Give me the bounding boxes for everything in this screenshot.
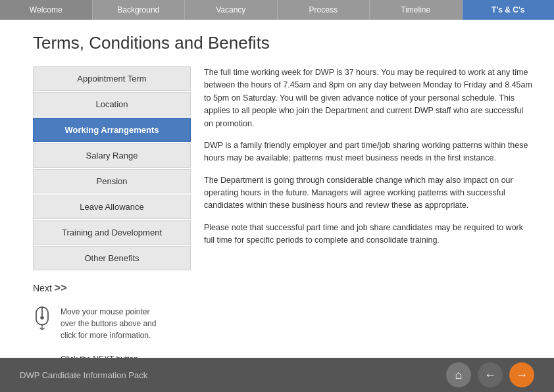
footer-buttons: ⌂ ← → (446, 362, 534, 387)
nav-item-timeline[interactable]: Timeline (370, 0, 463, 20)
page-content: Terms, Conditions and Benefits Appointme… (0, 20, 554, 390)
hint-line1: Move your mouse pointer (61, 306, 156, 318)
forward-button[interactable]: → (509, 362, 534, 387)
footer-title: DWP Candidate Information Pack (20, 370, 446, 380)
content-paragraph-1: DWP is a family friendly employer and pa… (204, 139, 534, 165)
sidebar-item-other-benefits[interactable]: Other Benefits (33, 246, 191, 270)
hint-line3: click for more information. (61, 330, 156, 341)
content-paragraph-3: Please note that successful part time an… (204, 222, 534, 247)
back-button[interactable]: ← (478, 362, 503, 387)
main-content-area: The full time working week for DWP is 37… (204, 66, 534, 272)
next-arrows-icon: >> (55, 282, 67, 294)
hint-spacer (61, 341, 156, 353)
nav-item-t-s---c-s[interactable]: T's & C's (463, 0, 555, 20)
footer: DWP Candidate Information Pack ⌂ ← → (0, 358, 554, 392)
mouse-icon (33, 306, 51, 331)
content-paragraph-0: The full time working week for DWP is 37… (204, 66, 534, 130)
sidebar-item-salary-range[interactable]: Salary Range (33, 143, 191, 168)
sidebar-item-location[interactable]: Location (33, 92, 191, 116)
sidebar-item-training-and-development[interactable]: Training and Development (33, 220, 191, 245)
nav-item-process[interactable]: Process (278, 0, 370, 20)
nav-item-welcome[interactable]: Welcome (0, 0, 93, 20)
page-title: Terms, Conditions and Benefits (33, 33, 534, 53)
content-paragraph-2: The Department is going through consider… (204, 174, 534, 212)
sidebar: Appointment TermLocationWorking Arrangem… (33, 66, 191, 272)
svg-point-2 (40, 316, 43, 319)
nav-item-background[interactable]: Background (93, 0, 186, 20)
sidebar-item-working-arrangements[interactable]: Working Arrangements (33, 118, 191, 142)
home-button[interactable]: ⌂ (446, 362, 471, 387)
two-column-layout: Appointment TermLocationWorking Arrangem… (33, 66, 534, 272)
top-navigation: WelcomeBackgroundVacancyProcessTimelineT… (0, 0, 554, 20)
nav-item-vacancy[interactable]: Vacancy (185, 0, 278, 20)
next-label: Next (33, 283, 52, 293)
hint-line2: over the buttons above and (61, 318, 156, 330)
sidebar-item-leave-allowance[interactable]: Leave Allowance (33, 195, 191, 219)
sidebar-item-appointment-term[interactable]: Appointment Term (33, 66, 191, 91)
next-button[interactable]: Next >> (33, 282, 66, 294)
sidebar-item-pension[interactable]: Pension (33, 169, 191, 193)
next-area: Next >> (33, 282, 534, 294)
